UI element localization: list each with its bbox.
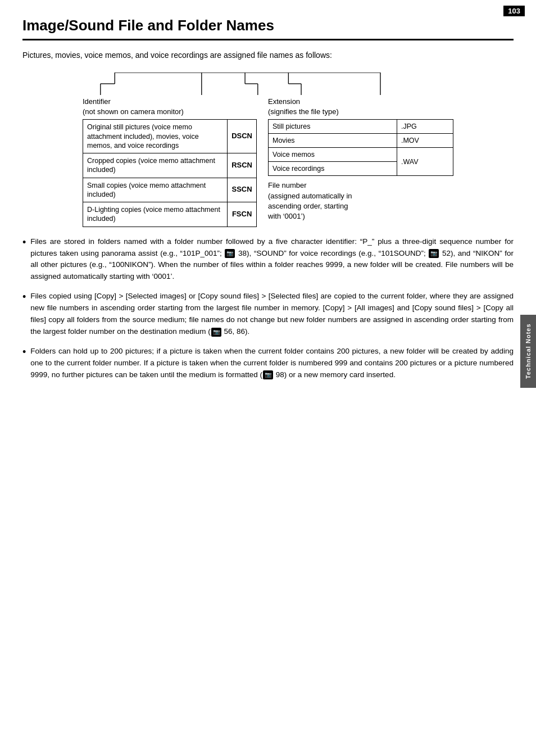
left-section: Identifier (not shown on camera monitor)… — [83, 97, 257, 227]
page-title: Image/Sound File and Folder Names — [22, 17, 514, 40]
table-row: Original still pictures (voice memo atta… — [83, 120, 257, 153]
table-row: Voice memos.WAV — [269, 148, 453, 162]
camera-icon: 📷 — [225, 249, 235, 258]
bracket-svg — [83, 73, 453, 95]
extension-labels: Extension (signifies the file type) — [268, 97, 453, 117]
bullet-text: Files copied using [Copy] > [Selected im… — [30, 291, 514, 338]
bullet-dot: • — [22, 292, 26, 302]
identifier-sublabel: (not shown on camera monitor) — [83, 107, 257, 117]
bullet-text: Files are stored in folders named with a… — [30, 236, 514, 283]
diagram-wrapper: Identifier (not shown on camera monitor)… — [83, 73, 453, 227]
bullet-list: •Files are stored in folders named with … — [22, 236, 514, 381]
identifier-labels: Identifier (not shown on camera monitor) — [83, 97, 257, 117]
camera-icon: 📷 — [429, 249, 439, 258]
extension-label: Extension — [268, 97, 300, 106]
table-row: Small copies (voice memo attachment incl… — [83, 178, 257, 202]
table-row: Movies.MOV — [269, 134, 453, 148]
bullet-dot: • — [22, 347, 26, 357]
extension-sublabel: (signifies the file type) — [268, 107, 339, 116]
table-row: D-Lighting copies (voice memo attachment… — [83, 202, 257, 227]
page-number: 103 — [503, 6, 525, 16]
diagram-table-area: Identifier (not shown on camera monitor)… — [83, 97, 453, 227]
camera-icon: 📷 — [263, 370, 273, 379]
list-item: •Files are stored in folders named with … — [22, 236, 514, 283]
identifier-label: Identifier — [83, 97, 257, 107]
table-row: Still pictures.JPG — [269, 120, 453, 134]
side-tab: Technical Notes — [520, 315, 536, 388]
right-section: Extension (signifies the file type) Stil… — [268, 97, 453, 227]
camera-icon: 📷 — [211, 328, 221, 337]
bullet-dot: • — [22, 237, 26, 247]
identifier-table: Original still pictures (voice memo atta… — [83, 119, 257, 227]
file-number-note: File number (assigned automatically in a… — [268, 180, 453, 221]
list-item: •Folders can hold up to 200 pictures; if… — [22, 346, 514, 381]
extension-table: Still pictures.JPGMovies.MOVVoice memos.… — [268, 119, 453, 176]
intro-text: Pictures, movies, voice memos, and voice… — [22, 49, 514, 61]
bullet-text: Folders can hold up to 200 pictures; if … — [30, 346, 514, 381]
page-container: 103 Image/Sound File and Folder Names Pi… — [0, 0, 536, 411]
list-item: •Files copied using [Copy] > [Selected i… — [22, 291, 514, 338]
table-row: Cropped copies (voice memo attachment in… — [83, 153, 257, 178]
